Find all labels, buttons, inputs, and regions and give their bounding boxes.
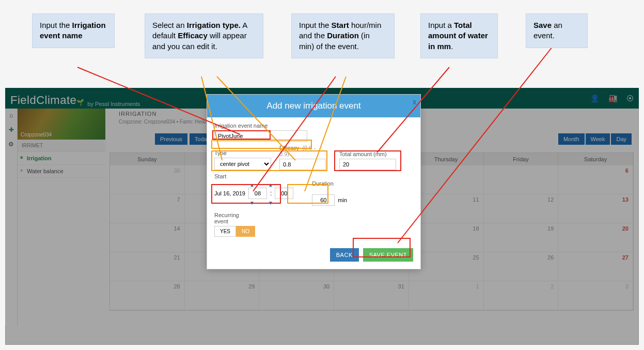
calendar-cell[interactable]: 14 — [110, 223, 185, 252]
callout-name: Input the Irrigation event name — [32, 13, 115, 48]
day-button[interactable]: Day — [611, 133, 632, 145]
modal-title: Add new irrigation event — [266, 101, 360, 111]
side-panel: Cropzone034 IRRIMET Irrigation Water bal… — [18, 109, 105, 178]
home-icon[interactable]: ⌂ — [9, 112, 13, 119]
week-button[interactable]: Week — [586, 133, 610, 145]
calendar-cell[interactable]: 30 — [110, 165, 185, 194]
callout-start: Input the Start hour/min and the Duratio… — [291, 13, 395, 58]
month-button[interactable]: Month — [558, 133, 585, 145]
add-icon[interactable]: ✚ — [9, 126, 14, 133]
total-label: Total amount (mm) — [339, 151, 396, 157]
type-select[interactable]: center pivot — [214, 158, 271, 170]
start-hour-input[interactable] — [248, 188, 267, 199]
byline: by Pessl Instruments — [87, 101, 140, 107]
cropzone-label: Cropzone034 — [21, 132, 52, 138]
callout-total: Input a Total amount of water in mm. — [420, 13, 498, 58]
previous-button[interactable]: Previous — [155, 133, 187, 145]
modal-header: Add new irrigation event x — [207, 95, 420, 117]
calendar-cell[interactable]: 6 — [558, 165, 633, 194]
calendar-cell[interactable]: 29 — [185, 281, 260, 310]
callout-save: Save an event. — [526, 13, 588, 48]
calendar-cell[interactable] — [484, 165, 559, 194]
save-event-button[interactable]: SAVE EVENT — [363, 248, 413, 262]
calendar-cell[interactable]: 30 — [259, 281, 334, 310]
calendar-cell[interactable]: 1 — [409, 281, 484, 310]
broadcast-icon[interactable]: ⦿ — [626, 94, 634, 102]
total-amount-input[interactable] — [339, 159, 396, 170]
calendar-cell[interactable]: 2 — [484, 281, 559, 310]
building-icon[interactable]: 🏭 — [608, 94, 617, 102]
chevron-up-icon[interactable]: ▲ — [268, 182, 273, 188]
chevron-up-icon[interactable]: ▲ — [249, 182, 255, 188]
calendar-cell[interactable]: 7 — [110, 194, 185, 223]
icon-rail: ⌂ ✚ ⚙ — [5, 109, 18, 326]
event-name-label: Irrigation event name — [214, 123, 307, 129]
calendar-cell[interactable]: 12 — [484, 194, 559, 223]
start-minute-input[interactable] — [275, 188, 293, 199]
cropzone-image[interactable]: Cropzone034 — [18, 109, 105, 140]
leaf-icon: 🌱 — [76, 99, 84, 106]
calendar-cell[interactable]: 21 — [110, 252, 185, 281]
calendar-cell[interactable]: 20 — [558, 223, 633, 252]
chevron-down-icon[interactable]: ▼ — [268, 200, 273, 206]
calendar-cell[interactable]: 13 — [558, 194, 633, 223]
efficacy-input[interactable] — [279, 159, 326, 170]
efficacy-label: Efficacy (0.6 - 0.9) — [279, 145, 326, 157]
recurring-yes-button[interactable]: YES — [214, 226, 236, 237]
recurring-no-button[interactable]: NO — [236, 226, 255, 237]
calendar-day-header: Sunday — [110, 153, 185, 165]
calendar-cell[interactable]: 31 — [334, 281, 409, 310]
event-name-input[interactable] — [214, 130, 307, 142]
duration-input[interactable] — [312, 194, 335, 206]
calendar-day-header: Friday — [484, 153, 559, 165]
calendar-cell[interactable]: 3 — [558, 281, 633, 310]
chevron-down-icon[interactable]: ▼ — [249, 200, 255, 206]
start-date[interactable]: Jul 16, 2019 — [214, 190, 245, 196]
start-label: Start — [214, 173, 293, 179]
recurring-label: Recurring event — [214, 212, 245, 224]
calendar-cell[interactable]: 27 — [558, 252, 633, 281]
duration-label: Duration — [312, 180, 347, 187]
calendar-day-header: Saturday — [558, 153, 633, 165]
logo-text: FieldClimate — [10, 94, 76, 107]
gear-icon[interactable]: ⚙ — [8, 141, 14, 148]
sidebar-item-water-balance[interactable]: Water balance — [18, 165, 105, 178]
user-icon[interactable]: 👤 — [590, 94, 599, 102]
add-irrigation-modal: Add new irrigation event x Irrigation ev… — [207, 94, 421, 269]
view-button-row: Month Week Day — [557, 133, 632, 145]
calendar-cell[interactable]: 28 — [110, 281, 185, 310]
back-button[interactable]: BACK — [330, 248, 359, 262]
calendar-cell[interactable]: 19 — [484, 223, 559, 252]
page-title: IRRIGATION — [119, 111, 156, 117]
type-label: Type — [214, 150, 271, 156]
close-icon[interactable]: x — [413, 98, 416, 106]
sidebar-item-irrigation[interactable]: Irrigation — [18, 152, 105, 165]
side-group-header: IRRIMET — [18, 140, 105, 152]
calendar-cell[interactable]: 26 — [484, 252, 559, 281]
callout-type: Select an Irrigation type. A default Eff… — [145, 13, 263, 58]
duration-unit: min — [338, 197, 347, 203]
